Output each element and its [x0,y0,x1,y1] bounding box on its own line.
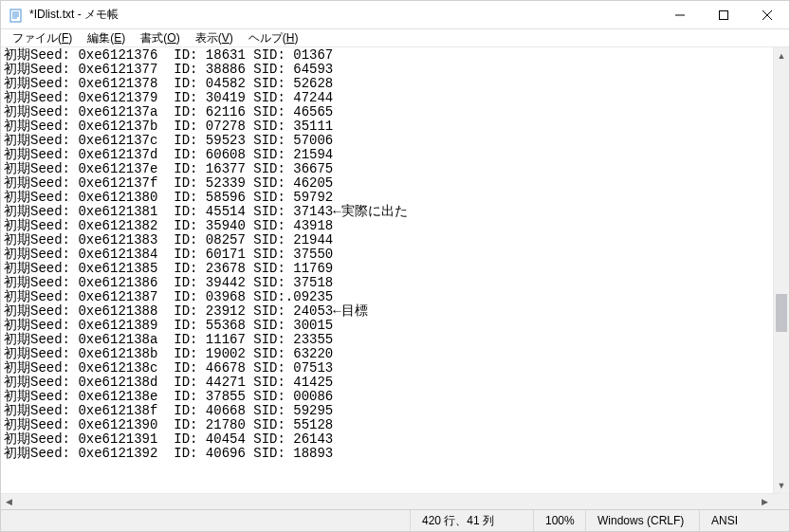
window-title: *IDlist.txt - メモ帳 [29,7,119,23]
scrollbar-corner [773,494,789,510]
scroll-down-arrow-icon[interactable]: ▼ [774,477,789,493]
status-encoding: ANSI [699,510,789,531]
statusbar: 420 行、41 列 100% Windows (CRLF) ANSI [1,509,789,531]
content-area: 初期Seed: 0xe6121376 ID: 18631 SID: 01367 … [1,47,789,493]
menu-format[interactable]: 書式(O) [133,29,187,47]
menubar: ファイル(F) 編集(E) 書式(O) 表示(V) ヘルプ(H) [1,29,789,47]
scroll-left-arrow-icon[interactable]: ◀ [1,494,17,510]
minimize-button[interactable] [658,1,702,29]
menu-file[interactable]: ファイル(F) [5,29,80,47]
menu-view[interactable]: 表示(V) [188,29,241,47]
scrollbar-thumb[interactable] [776,294,787,332]
titlebar: *IDlist.txt - メモ帳 [1,1,789,29]
status-spacer [1,510,410,531]
scroll-up-arrow-icon[interactable]: ▲ [774,47,789,64]
maximize-button[interactable] [702,1,745,29]
menu-help[interactable]: ヘルプ(H) [241,29,306,47]
text-editor[interactable]: 初期Seed: 0xe6121376 ID: 18631 SID: 01367 … [1,47,773,493]
scroll-right-arrow-icon[interactable]: ▶ [757,494,773,510]
status-zoom: 100% [533,510,585,531]
vertical-scrollbar[interactable]: ▲ ▼ [773,47,789,493]
menu-edit[interactable]: 編集(E) [80,29,133,47]
horizontal-scrollbar[interactable]: ◀ ▶ [1,493,789,509]
status-position: 420 行、41 列 [410,510,533,531]
status-line-ending: Windows (CRLF) [585,510,699,531]
notepad-icon [9,8,24,23]
svg-rect-6 [720,10,728,19]
close-button[interactable] [745,1,789,29]
